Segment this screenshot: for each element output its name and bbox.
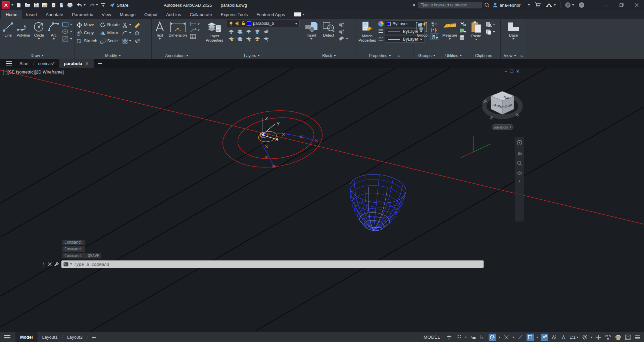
linear-dimension-caret[interactable]: [198, 23, 200, 25]
move-button[interactable]: Move: [77, 22, 97, 28]
arc-dropdown-caret[interactable]: [53, 38, 55, 40]
match-properties-button[interactable]: Match Properties: [358, 20, 376, 42]
ellipse-icon[interactable]: [62, 29, 69, 34]
circle-dropdown-caret[interactable]: [38, 38, 40, 40]
erase-button[interactable]: [134, 22, 141, 28]
command-recent-caret[interactable]: [70, 263, 72, 265]
select-similar-icon[interactable]: [459, 28, 466, 34]
model-tab[interactable]: Model: [15, 332, 38, 342]
isolate-objects-icon[interactable]: [605, 334, 612, 341]
object-snap-tracking-icon[interactable]: [503, 334, 510, 341]
file-tab-start[interactable]: Start: [15, 59, 33, 68]
navbar-more-caret[interactable]: [518, 181, 521, 182]
view-dialog-launcher-icon[interactable]: [521, 54, 523, 57]
object-snap-tracking-caret[interactable]: [512, 337, 514, 338]
polyline-button[interactable]: Polyline: [16, 20, 31, 38]
tab-view[interactable]: View: [97, 10, 115, 19]
groups-panel-label[interactable]: Groups: [413, 52, 440, 59]
fillet-button[interactable]: [122, 31, 131, 36]
line-button[interactable]: Line: [2, 20, 14, 38]
snap-caret[interactable]: [465, 337, 467, 338]
app-menu-button[interactable]: A: [2, 1, 10, 9]
annotation-panel-label[interactable]: Annotation: [152, 52, 202, 59]
ungroup-icon[interactable]: [431, 22, 438, 27]
cart-icon[interactable]: [535, 2, 541, 8]
redo-caret-icon[interactable]: [96, 4, 98, 6]
open-file-icon[interactable]: [24, 2, 31, 8]
annotation-monitor-icon[interactable]: [595, 334, 602, 341]
rectangle-icon[interactable]: [62, 22, 69, 27]
isodraft-icon[interactable]: [517, 334, 524, 341]
tab-output[interactable]: Output: [140, 10, 162, 19]
annotation-autoscale-icon[interactable]: [550, 334, 558, 341]
workspace-gear-caret[interactable]: [591, 337, 593, 338]
autodesk-menu[interactable]: [546, 3, 556, 7]
annotation-visibility-icon[interactable]: [541, 334, 548, 341]
polar-tracking-caret[interactable]: [498, 337, 500, 338]
grid-toggle-icon[interactable]: [445, 334, 453, 341]
tab-collaborate[interactable]: Collaborate: [185, 10, 216, 19]
layer-unlock-tool-icon[interactable]: [254, 37, 261, 42]
help-search-input[interactable]: [421, 3, 479, 7]
text-caret[interactable]: [159, 38, 161, 40]
view-panel-label[interactable]: View: [501, 52, 526, 59]
group-edit-icon[interactable]: [431, 28, 438, 33]
group-button[interactable]: Group: [415, 20, 429, 38]
edit-attribute-caret[interactable]: [346, 38, 348, 39]
paste-caret[interactable]: [475, 39, 477, 40]
polar-tracking-icon[interactable]: [489, 334, 496, 341]
draw-panel-label[interactable]: Draw: [0, 52, 74, 59]
edit-attribute-icon[interactable]: [338, 36, 345, 41]
model-space-canvas[interactable]: Z Y X: [0, 68, 644, 332]
base-caret[interactable]: [512, 38, 514, 40]
paraboloid-mesh[interactable]: [345, 172, 407, 234]
restore-button[interactable]: [614, 0, 629, 10]
workspace-gear-icon[interactable]: [581, 334, 588, 341]
copy-button[interactable]: Copy: [77, 30, 97, 36]
modify-panel-label[interactable]: Modify: [75, 52, 151, 59]
copy-clip-icon[interactable]: [485, 29, 492, 35]
quick-select-icon[interactable]: [459, 22, 466, 27]
tab-add-ins[interactable]: Add-ins: [162, 10, 185, 19]
command-wrench-icon[interactable]: [54, 262, 59, 267]
pan-hand-icon[interactable]: [517, 150, 522, 156]
layout2-tab[interactable]: Layout2: [62, 332, 87, 342]
copy-clip-caret[interactable]: [493, 31, 495, 33]
rotate-button[interactable]: Rotate: [100, 22, 120, 28]
command-input-bar[interactable]: [61, 260, 484, 268]
layers-panel-label[interactable]: Layers: [202, 52, 302, 59]
mirror-button[interactable]: Mirror: [100, 30, 120, 36]
paste-button[interactable]: Paste: [469, 20, 483, 40]
group-selection-toggle[interactable]: [431, 34, 439, 40]
open-from-web-icon[interactable]: [51, 2, 56, 8]
text-button[interactable]: Text: [154, 20, 165, 40]
red-axis-line[interactable]: [0, 70, 644, 224]
qat-customize-icon[interactable]: [101, 3, 106, 7]
viewport-close-icon[interactable]: ✕: [516, 69, 519, 74]
layer-lock-tool-icon[interactable]: [254, 29, 261, 35]
layer-isolate-tool-icon[interactable]: [237, 29, 243, 35]
utilities-panel-label[interactable]: Utilities: [440, 52, 467, 59]
detect-button[interactable]: Detect: [321, 20, 336, 38]
ucs-icon[interactable]: Z Y X: [260, 116, 280, 142]
rectangle-caret[interactable]: [70, 24, 72, 25]
command-prompt-icon[interactable]: [63, 262, 68, 266]
trim-button[interactable]: [122, 22, 131, 28]
file-tab-parabola[interactable]: parabola✕: [59, 59, 94, 68]
steering-wheel-icon[interactable]: [516, 140, 523, 146]
plot-icon[interactable]: [67, 2, 73, 8]
array-caret[interactable]: [129, 40, 131, 42]
arc-button[interactable]: Arc: [48, 20, 60, 40]
status-customize-icon[interactable]: [634, 334, 641, 341]
layout-tabs-menu-icon[interactable]: [4, 335, 11, 340]
plot-status-icon[interactable]: [614, 334, 622, 341]
fillet-caret[interactable]: [129, 32, 131, 34]
object-snap-caret[interactable]: [536, 337, 538, 338]
trim-caret[interactable]: [129, 24, 131, 26]
viewport-controls-label[interactable]: [−][SE Isometric][2D Wireframe]: [3, 70, 64, 75]
create-block-icon[interactable]: [338, 22, 345, 27]
new-file-icon[interactable]: [16, 2, 21, 8]
measure-caret[interactable]: [449, 38, 451, 40]
hatch-caret[interactable]: [70, 38, 72, 40]
viewport-minimize-icon[interactable]: −: [505, 69, 507, 74]
